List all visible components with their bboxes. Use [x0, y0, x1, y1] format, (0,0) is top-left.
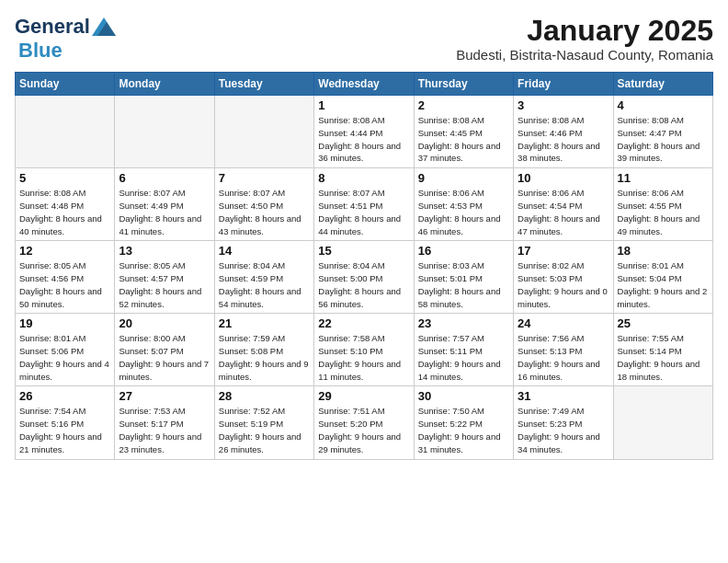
day-info: Sunrise: 8:04 AM Sunset: 4:59 PM Dayligh…	[219, 259, 310, 310]
weekday-header-friday: Friday	[514, 73, 613, 96]
weekday-header-row: SundayMondayTuesdayWednesdayThursdayFrid…	[16, 73, 713, 96]
calendar-cell: 31Sunrise: 7:49 AM Sunset: 5:23 PM Dayli…	[514, 386, 613, 459]
calendar-cell: 8Sunrise: 8:07 AM Sunset: 4:51 PM Daylig…	[314, 168, 414, 241]
day-number: 15	[318, 244, 409, 258]
day-number: 14	[219, 244, 310, 258]
day-info: Sunrise: 7:55 AM Sunset: 5:14 PM Dayligh…	[618, 332, 709, 383]
day-number: 10	[518, 171, 609, 185]
calendar-cell: 23Sunrise: 7:57 AM Sunset: 5:11 PM Dayli…	[414, 314, 513, 386]
day-number: 9	[418, 171, 509, 185]
calendar-cell: 7Sunrise: 8:07 AM Sunset: 4:50 PM Daylig…	[214, 168, 313, 241]
day-info: Sunrise: 7:51 AM Sunset: 5:20 PM Dayligh…	[318, 405, 409, 455]
day-number: 20	[119, 316, 210, 330]
logo-blue: Blue	[18, 39, 63, 63]
calendar-cell	[613, 386, 712, 459]
page-header: General Blue January 2025 Budesti, Bistr…	[15, 15, 713, 63]
logo-general: General	[15, 15, 90, 39]
day-info: Sunrise: 8:04 AM Sunset: 5:00 PM Dayligh…	[318, 259, 409, 310]
day-number: 19	[19, 316, 110, 330]
day-number: 25	[618, 316, 709, 330]
calendar-cell: 24Sunrise: 7:56 AM Sunset: 5:13 PM Dayli…	[514, 314, 613, 386]
day-info: Sunrise: 8:08 AM Sunset: 4:48 PM Dayligh…	[19, 187, 110, 237]
calendar-cell: 12Sunrise: 8:05 AM Sunset: 4:56 PM Dayli…	[16, 241, 115, 314]
weekday-header-thursday: Thursday	[414, 73, 513, 96]
calendar-week-3: 12Sunrise: 8:05 AM Sunset: 4:56 PM Dayli…	[16, 241, 713, 314]
day-number: 4	[618, 98, 709, 112]
day-info: Sunrise: 8:07 AM Sunset: 4:50 PM Dayligh…	[219, 187, 310, 237]
day-info: Sunrise: 7:49 AM Sunset: 5:23 PM Dayligh…	[518, 405, 609, 455]
day-number: 28	[219, 389, 310, 403]
calendar-cell: 16Sunrise: 8:03 AM Sunset: 5:01 PM Dayli…	[414, 241, 513, 314]
day-number: 27	[119, 389, 210, 403]
day-info: Sunrise: 8:08 AM Sunset: 4:47 PM Dayligh…	[618, 114, 709, 165]
day-info: Sunrise: 8:08 AM Sunset: 4:46 PM Dayligh…	[518, 114, 609, 165]
weekday-header-monday: Monday	[115, 73, 214, 96]
day-info: Sunrise: 8:05 AM Sunset: 4:56 PM Dayligh…	[19, 259, 110, 310]
calendar-cell: 1Sunrise: 8:08 AM Sunset: 4:44 PM Daylig…	[314, 96, 414, 168]
day-info: Sunrise: 8:01 AM Sunset: 5:04 PM Dayligh…	[618, 259, 709, 310]
calendar-cell: 13Sunrise: 8:05 AM Sunset: 4:57 PM Dayli…	[115, 241, 214, 314]
logo: General Blue	[15, 15, 116, 63]
calendar-cell: 18Sunrise: 8:01 AM Sunset: 5:04 PM Dayli…	[613, 241, 712, 314]
calendar-cell: 11Sunrise: 8:06 AM Sunset: 4:55 PM Dayli…	[613, 168, 712, 241]
calendar-week-4: 19Sunrise: 8:01 AM Sunset: 5:06 PM Dayli…	[16, 314, 713, 386]
day-info: Sunrise: 7:59 AM Sunset: 5:08 PM Dayligh…	[219, 332, 310, 383]
calendar-week-2: 5Sunrise: 8:08 AM Sunset: 4:48 PM Daylig…	[16, 168, 713, 241]
location-title: Budesti, Bistrita-Nasaud County, Romania	[456, 47, 713, 63]
calendar-cell: 19Sunrise: 8:01 AM Sunset: 5:06 PM Dayli…	[16, 314, 115, 386]
day-number: 30	[418, 389, 509, 403]
calendar-cell: 26Sunrise: 7:54 AM Sunset: 5:16 PM Dayli…	[16, 386, 115, 459]
day-info: Sunrise: 8:08 AM Sunset: 4:44 PM Dayligh…	[318, 114, 409, 165]
day-number: 23	[418, 316, 509, 330]
day-number: 8	[318, 171, 409, 185]
day-info: Sunrise: 8:00 AM Sunset: 5:07 PM Dayligh…	[119, 332, 210, 383]
calendar-cell: 17Sunrise: 8:02 AM Sunset: 5:03 PM Dayli…	[514, 241, 613, 314]
day-number: 3	[518, 98, 609, 112]
day-info: Sunrise: 8:07 AM Sunset: 4:51 PM Dayligh…	[318, 187, 409, 237]
day-number: 5	[19, 171, 110, 185]
day-number: 2	[418, 98, 509, 112]
day-info: Sunrise: 8:06 AM Sunset: 4:55 PM Dayligh…	[618, 187, 709, 237]
day-number: 7	[219, 171, 310, 185]
day-number: 11	[618, 171, 709, 185]
day-info: Sunrise: 8:07 AM Sunset: 4:49 PM Dayligh…	[119, 187, 210, 237]
calendar-cell: 6Sunrise: 8:07 AM Sunset: 4:49 PM Daylig…	[115, 168, 214, 241]
calendar-cell: 14Sunrise: 8:04 AM Sunset: 4:59 PM Dayli…	[214, 241, 313, 314]
calendar-cell: 5Sunrise: 8:08 AM Sunset: 4:48 PM Daylig…	[16, 168, 115, 241]
calendar-cell: 28Sunrise: 7:52 AM Sunset: 5:19 PM Dayli…	[214, 386, 313, 459]
day-number: 21	[219, 316, 310, 330]
day-info: Sunrise: 7:57 AM Sunset: 5:11 PM Dayligh…	[418, 332, 509, 383]
calendar-cell: 21Sunrise: 7:59 AM Sunset: 5:08 PM Dayli…	[214, 314, 313, 386]
day-number: 17	[518, 244, 609, 258]
day-number: 31	[518, 389, 609, 403]
day-number: 12	[19, 244, 110, 258]
calendar-cell	[115, 96, 214, 168]
logo-icon	[92, 17, 116, 36]
month-title: January 2025	[456, 15, 713, 47]
calendar-week-1: 1Sunrise: 8:08 AM Sunset: 4:44 PM Daylig…	[16, 96, 713, 168]
calendar-cell: 25Sunrise: 7:55 AM Sunset: 5:14 PM Dayli…	[613, 314, 712, 386]
weekday-header-saturday: Saturday	[613, 73, 712, 96]
calendar-cell: 15Sunrise: 8:04 AM Sunset: 5:00 PM Dayli…	[314, 241, 414, 314]
day-number: 24	[518, 316, 609, 330]
day-info: Sunrise: 7:54 AM Sunset: 5:16 PM Dayligh…	[19, 405, 110, 455]
calendar-cell: 2Sunrise: 8:08 AM Sunset: 4:45 PM Daylig…	[414, 96, 513, 168]
calendar-cell: 29Sunrise: 7:51 AM Sunset: 5:20 PM Dayli…	[314, 386, 414, 459]
day-info: Sunrise: 8:01 AM Sunset: 5:06 PM Dayligh…	[19, 332, 110, 383]
day-info: Sunrise: 7:50 AM Sunset: 5:22 PM Dayligh…	[418, 405, 509, 455]
day-number: 22	[318, 316, 409, 330]
day-info: Sunrise: 8:05 AM Sunset: 4:57 PM Dayligh…	[119, 259, 210, 310]
day-number: 18	[618, 244, 709, 258]
day-number: 1	[318, 98, 409, 112]
calendar-cell: 9Sunrise: 8:06 AM Sunset: 4:53 PM Daylig…	[414, 168, 513, 241]
day-info: Sunrise: 8:08 AM Sunset: 4:45 PM Dayligh…	[418, 114, 509, 165]
day-info: Sunrise: 7:53 AM Sunset: 5:17 PM Dayligh…	[119, 405, 210, 455]
day-info: Sunrise: 8:06 AM Sunset: 4:54 PM Dayligh…	[518, 187, 609, 237]
day-info: Sunrise: 7:56 AM Sunset: 5:13 PM Dayligh…	[518, 332, 609, 383]
day-info: Sunrise: 8:02 AM Sunset: 5:03 PM Dayligh…	[518, 259, 609, 310]
calendar-cell	[16, 96, 115, 168]
day-number: 26	[19, 389, 110, 403]
calendar-cell: 27Sunrise: 7:53 AM Sunset: 5:17 PM Dayli…	[115, 386, 214, 459]
calendar-cell	[214, 96, 313, 168]
calendar-cell: 3Sunrise: 8:08 AM Sunset: 4:46 PM Daylig…	[514, 96, 613, 168]
